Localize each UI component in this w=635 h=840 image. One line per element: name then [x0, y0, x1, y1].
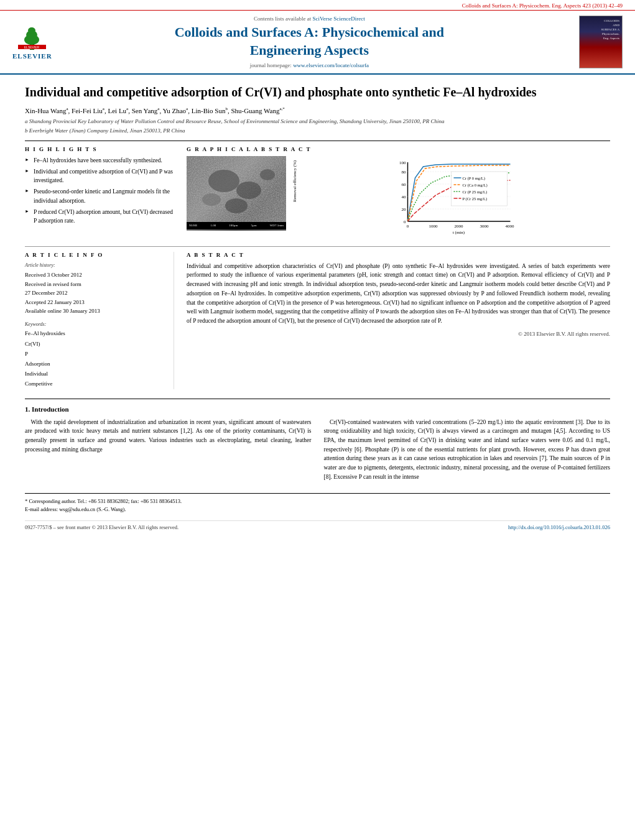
footnote-corresponding: * Corresponding author. Tel.: +86 531 88… — [25, 497, 610, 506]
svg-text:0: 0 — [407, 224, 409, 229]
svg-text:60: 60 — [402, 182, 407, 187]
highlights-section: H I G H L I G H T S Fe–Al hydroxides hav… — [25, 146, 174, 240]
keyword-2: Cr(VI) — [25, 339, 164, 349]
footer-issn: 0927-7757/$ – see front matter © 2013 El… — [25, 524, 178, 530]
svg-text:40: 40 — [402, 195, 407, 200]
svg-text:P (Cr 25 mg/L): P (Cr 25 mg/L) — [463, 196, 488, 201]
svg-point-10 — [202, 193, 221, 206]
accepted-date: Accepted 22 January 2013 — [25, 298, 164, 307]
journal-cover-image: COLLOIDSANDSURFACES APhysicochem.Eng. As… — [579, 16, 623, 68]
homepage-url[interactable]: www.elsevier.com/locate/colsurfa — [293, 62, 369, 68]
affiliation-a: a Shandong Provincial Key Laboratory of … — [25, 118, 610, 126]
article-info-col: A R T I C L E I N F O Article history: R… — [25, 252, 174, 389]
footer-doi[interactable]: http://dx.doi.org/10.1016/j.colsurfa.201… — [508, 524, 610, 530]
footnotes: * Corresponding author. Tel.: +86 531 88… — [25, 493, 610, 514]
svg-text:80: 80 — [402, 170, 407, 175]
sem-image-inner — [187, 156, 286, 231]
highlights-list: Fe–Al hydroxides have been successfully … — [25, 156, 174, 226]
journal-header: ELSEVIER ELSEVIER Contents lists availab… — [0, 11, 635, 75]
article-title: Individual and competitive adsorption of… — [25, 84, 610, 100]
copyright-line: © 2013 Elsevier B.V. All rights reserved… — [187, 331, 610, 337]
chart-svg: 0 20 40 60 80 100 0 1000 2000 3000 4000 … — [292, 159, 610, 234]
image-scale-bar: NI/HE 1.00 100μm 5μm WD7.1mm — [187, 222, 286, 229]
elsevier-logo: ELSEVIER ELSEVIER — [12, 25, 52, 60]
svg-text:0: 0 — [404, 219, 406, 224]
svg-text:Cr (Ca 0 mg/L): Cr (Ca 0 mg/L) — [463, 183, 488, 188]
highlight-item-1: Fe–Al hydroxides have been successfully … — [25, 156, 174, 165]
graphical-abstract-label: G R A P H I C A L A B S T R A C T — [187, 146, 610, 152]
article-info-label: A R T I C L E I N F O — [25, 252, 164, 258]
body-right: Cr(VI)-contained wastewaters with varied… — [324, 418, 611, 487]
history-label: Article history: — [25, 262, 164, 270]
sciverse-line: Contents lists available at SciVerse Sci… — [52, 16, 567, 22]
svg-text:Cr (P 0 mg/L): Cr (P 0 mg/L) — [463, 176, 485, 181]
highlight-item-4: P reduced Cr(VI) adsorption amount, but … — [25, 208, 174, 226]
highlights-label: H I G H L I G H T S — [25, 146, 174, 152]
highlight-item-3: Pseudo-second-order kinetic and Langmuir… — [25, 187, 174, 205]
keyword-6: Competitive — [25, 379, 164, 389]
highlight-item-2: Individual and competitive adsorption of… — [25, 167, 174, 185]
svg-text:t (min): t (min) — [453, 230, 465, 235]
journal-title: Colloids and Surfaces A: Physicochemical… — [52, 24, 567, 59]
divider-1 — [25, 141, 610, 141]
keywords-label: Keywords: — [25, 321, 164, 327]
affiliation-b: b Everbright Water (Jinan) Company Limit… — [25, 127, 610, 136]
graphical-abstract-section: G R A P H I C A L A B S T R A C T — [187, 146, 610, 240]
svg-text:2000: 2000 — [455, 224, 464, 229]
svg-text:Cr (P 25 mg/L): Cr (P 25 mg/L) — [463, 190, 488, 195]
svg-text:4000: 4000 — [506, 224, 515, 229]
keyword-4: Adsorption — [25, 359, 164, 369]
journal-citation: Colloids and Surfaces A: Physicochem. En… — [462, 2, 623, 9]
page-footer: 0927-7757/$ – see front matter © 2013 El… — [25, 520, 610, 530]
article-history: Article history: Received 3 October 2012… — [25, 262, 164, 316]
body-left: With the rapid development of industrial… — [25, 418, 312, 487]
svg-text:ELSEVIER: ELSEVIER — [24, 45, 40, 49]
sem-image: NI/HE 1.00 100μm 5μm WD7.1mm — [187, 156, 286, 231]
keywords-list: Fe–Al hydroxides Cr(VI) P Adsorption Ind… — [25, 328, 164, 389]
keyword-1: Fe–Al hydroxides — [25, 328, 164, 338]
highlights-graphical-row: H I G H L I G H T S Fe–Al hydroxides hav… — [25, 146, 610, 240]
top-bar: Colloids and Surfaces A: Physicochem. En… — [0, 0, 635, 11]
keyword-3: P — [25, 349, 164, 359]
svg-point-9 — [236, 182, 261, 199]
authors-line: Xin-Hua Wanga, Fei-Fei Liua, Lei Lua, Se… — [25, 106, 610, 114]
svg-text:20: 20 — [402, 207, 407, 212]
chart-y-label: Removal efficiency (%) — [292, 160, 297, 202]
article-content: Individual and competitive adsorption of… — [0, 75, 635, 540]
svg-point-8 — [208, 170, 239, 192]
intro-right-text: Cr(VI)-contained wastewaters with varied… — [324, 418, 611, 482]
svg-text:3000: 3000 — [480, 224, 489, 229]
journal-homepage: journal homepage: www.elsevier.com/locat… — [52, 62, 567, 68]
revised-label: Received in revised form — [25, 280, 164, 288]
abstract-col: A B S T R A C T Individual and competiti… — [187, 252, 610, 389]
elsevier-tree-icon: ELSEVIER — [15, 25, 49, 51]
sem-svg — [187, 156, 286, 223]
intro-left-text: With the rapid development of industrial… — [25, 418, 312, 455]
keywords-section: Keywords: Fe–Al hydroxides Cr(VI) P Adso… — [25, 321, 164, 389]
info-abstract-row: A R T I C L E I N F O Article history: R… — [25, 246, 610, 389]
sciverse-link[interactable]: SciVerse ScienceDirect — [312, 16, 364, 22]
abstract-text: Individual and competitive adsorption ch… — [187, 262, 610, 326]
svg-point-12 — [225, 198, 248, 213]
introduction-section: 1. Introduction With the rapid developme… — [25, 399, 610, 487]
available-date: Available online 30 January 2013 — [25, 307, 164, 315]
svg-text:100: 100 — [399, 160, 406, 165]
chart-container: Removal efficiency (%) 0 20 40 60 80 100 — [292, 159, 610, 240]
graphical-abstract-content: NI/HE 1.00 100μm 5μm WD7.1mm Removal eff… — [187, 156, 610, 240]
body-two-col: With the rapid development of industrial… — [25, 418, 610, 487]
keyword-5: Individual — [25, 369, 164, 379]
abstract-label: A B S T R A C T — [187, 252, 610, 258]
section-title: 1. Introduction — [25, 405, 610, 413]
footnote-email: E-mail address: wsg@sdu.edu.cn (S.-G. Wa… — [25, 505, 610, 514]
elsevier-wordmark: ELSEVIER — [12, 52, 52, 60]
received-date: Received 3 October 2012 — [25, 270, 164, 279]
svg-point-11 — [260, 169, 275, 180]
svg-text:1000: 1000 — [429, 224, 438, 229]
cover-text: COLLOIDSANDSURFACES APhysicochem.Eng. As… — [601, 19, 619, 40]
journal-center: Contents lists available at SciVerse Sci… — [52, 16, 567, 68]
revised-date: 27 December 2012 — [25, 288, 164, 297]
svg-point-3 — [28, 27, 35, 34]
